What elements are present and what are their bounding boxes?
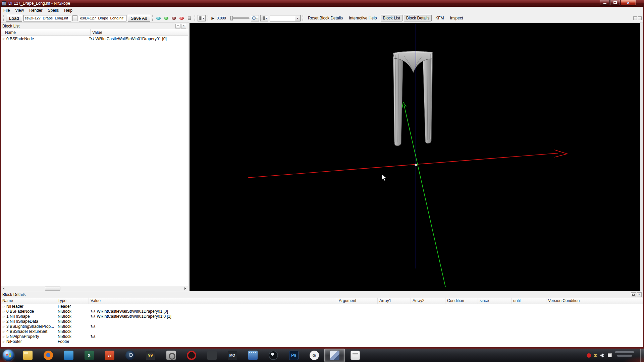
table-row[interactable]: ▷4 BSShaderTextureSet NiBlock xyxy=(1,329,643,334)
dock-grid-icon[interactable] xyxy=(633,16,637,20)
menu-help[interactable]: Help xyxy=(61,7,75,14)
taskbar-item-windows-explorer[interactable] xyxy=(17,349,38,362)
save-as-button[interactable]: Save As xyxy=(128,15,150,22)
column-header[interactable]: Array2 xyxy=(411,298,445,304)
taskbar-item-red-a-app[interactable]: a xyxy=(99,349,120,362)
expand-arrow-icon[interactable]: ▷ xyxy=(3,324,6,329)
toolbar-grip[interactable] xyxy=(152,15,153,21)
taskbar-item-nifskope-active[interactable] xyxy=(324,349,345,362)
scrollbar-thumb[interactable] xyxy=(45,287,60,291)
table-row[interactable]: ▷2 NiTriShapeData NiBlock xyxy=(1,319,643,324)
taskbar-item-notepad[interactable] xyxy=(345,349,365,362)
taskbar-item-mod-organizer[interactable]: MO xyxy=(222,349,243,362)
expand-arrow-icon[interactable]: ▷ xyxy=(3,314,6,319)
tray-app-icon[interactable] xyxy=(608,353,612,357)
reset-block-details-button[interactable]: Reset Block Details xyxy=(306,15,345,21)
column-header[interactable]: Type xyxy=(56,298,89,304)
expand-arrow-icon[interactable]: ▷ xyxy=(3,329,6,334)
show-vertex-colors-icon[interactable] xyxy=(163,15,169,21)
scroll-left-button[interactable] xyxy=(1,286,6,291)
table-row[interactable]: ▷5 NiAlphaProperty NiBlock Txt xyxy=(1,334,643,339)
load-path-input[interactable] xyxy=(23,15,71,21)
toolbar-grip[interactable] xyxy=(3,15,4,21)
menu-file[interactable]: File xyxy=(1,7,12,14)
taskbar-item-movie-app[interactable] xyxy=(243,349,263,362)
show-nodes-icon[interactable] xyxy=(171,15,177,21)
column-header-value[interactable]: Value xyxy=(91,29,188,36)
tray-record-icon[interactable] xyxy=(587,353,591,358)
kfm-button[interactable]: KFM xyxy=(433,15,446,21)
column-header[interactable]: Name xyxy=(1,298,56,304)
animation-combobox[interactable]: ▾ xyxy=(270,15,301,21)
column-header[interactable]: Argument xyxy=(337,298,378,304)
column-header[interactable]: Array1 xyxy=(378,298,411,304)
toolbar-grip[interactable] xyxy=(208,15,209,21)
taskbar-item-creation-kit[interactable] xyxy=(161,349,181,362)
expand-arrow-icon[interactable]: ▷ xyxy=(3,304,6,309)
float-panel-button[interactable] xyxy=(631,292,636,297)
show-textures-icon[interactable] xyxy=(155,15,162,21)
animation-time-value[interactable]: 0.000 xyxy=(217,16,229,20)
horizontal-scrollbar[interactable] xyxy=(1,286,188,291)
column-header[interactable]: Version Condition xyxy=(546,298,643,304)
viewport-3d[interactable] xyxy=(190,23,640,291)
table-row[interactable]: ▷0 BSFadeNode NiBlock TxtWRIntCastleWall… xyxy=(1,309,643,314)
toolbar-grip[interactable] xyxy=(195,15,196,21)
close-panel-button[interactable]: × xyxy=(181,24,186,28)
drapery-model[interactable] xyxy=(393,51,433,146)
animation-slider-handle[interactable] xyxy=(230,16,233,20)
highlight-icon[interactable] xyxy=(186,15,193,21)
table-row[interactable]: ▷NiFooter Footer xyxy=(1,339,643,344)
menu-view[interactable]: View xyxy=(12,7,26,14)
table-row[interactable]: ▷1 NiTriShape NiBlock TxtWRIntCastleWall… xyxy=(1,314,643,319)
expand-arrow-icon[interactable]: ▷ xyxy=(3,339,6,344)
loop-toggle-button[interactable]: ▾ xyxy=(251,15,259,21)
play-button[interactable]: ▶ xyxy=(211,16,215,20)
taskbar-item-photoshop[interactable]: Ps xyxy=(283,349,304,362)
combobox-dropdown-icon[interactable]: ▾ xyxy=(295,16,300,21)
taskbar-clock[interactable] xyxy=(615,351,634,357)
column-header[interactable]: Condition xyxy=(445,298,478,304)
copy-path-button[interactable] xyxy=(72,15,77,21)
block-details-toggle-button[interactable]: Block Details xyxy=(404,15,432,21)
taskbar-item-firefox[interactable] xyxy=(38,349,58,362)
float-panel-button[interactable] xyxy=(175,24,180,28)
scrollbar-track[interactable] xyxy=(6,286,182,291)
menu-render[interactable]: Render xyxy=(26,7,45,14)
close-button[interactable]: × xyxy=(621,0,636,6)
taskbar-item-media-player[interactable] xyxy=(58,349,79,362)
dock-grid-icon[interactable] xyxy=(638,16,642,20)
toolbar-grip[interactable] xyxy=(303,15,304,21)
start-button[interactable] xyxy=(3,350,14,361)
column-header[interactable]: since xyxy=(478,298,512,304)
show-hidden-icon[interactable] xyxy=(178,15,185,21)
taskbar-item-dark-app[interactable] xyxy=(202,349,222,362)
interactive-help-button[interactable]: Interactive Help xyxy=(346,15,379,21)
save-path-input[interactable] xyxy=(79,15,126,21)
taskbar-item-excel[interactable]: X xyxy=(79,349,99,362)
taskbar-item-obs-studio[interactable] xyxy=(263,349,283,362)
expand-arrow-icon[interactable]: ▷ xyxy=(3,319,6,324)
column-header[interactable]: Value xyxy=(89,298,337,304)
tray-mail-icon[interactable]: ✉ xyxy=(594,353,597,358)
expand-arrow-icon[interactable]: ▷ xyxy=(3,334,6,339)
column-header-name[interactable]: Name xyxy=(1,29,91,36)
maximize-button[interactable] xyxy=(610,0,620,6)
move-tool-button[interactable]: ▾ xyxy=(198,15,206,21)
scroll-right-button[interactable] xyxy=(182,286,188,291)
close-panel-button[interactable]: × xyxy=(637,292,642,297)
table-row[interactable]: ▷3 BSLightingShaderProp... NiBlock Txt xyxy=(1,324,643,329)
right-edge-panel[interactable] xyxy=(640,23,643,291)
taskbar-item-steam[interactable] xyxy=(120,349,140,362)
block-details-titlebar[interactable]: Block Details × xyxy=(1,291,643,298)
menu-spells[interactable]: Spells xyxy=(45,7,62,14)
tree-row-bsfadenode[interactable]: ▷ 0 BSFadeNode Txt WRIntCastleWallStrWin… xyxy=(1,36,188,42)
table-row[interactable]: ▷NiHeader Header xyxy=(1,304,643,309)
minimize-button[interactable] xyxy=(600,0,610,6)
expand-arrow-icon[interactable]: ▷ xyxy=(3,309,6,314)
block-list-titlebar[interactable]: Block List × xyxy=(1,23,188,29)
column-header[interactable]: until xyxy=(512,298,546,304)
taskbar-item-g-app[interactable]: G xyxy=(304,349,324,362)
show-desktop-button[interactable] xyxy=(640,349,644,362)
switch-toggle-button[interactable]: ▾ xyxy=(260,15,268,21)
